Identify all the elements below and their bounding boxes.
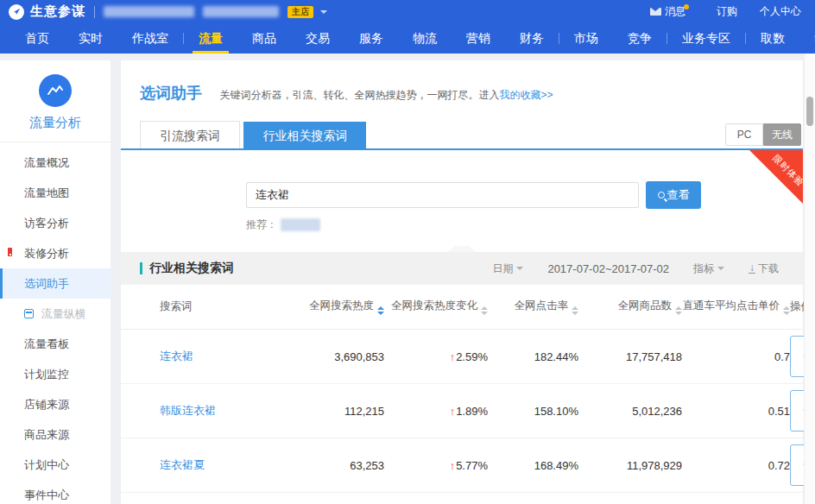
nav-item-war-room[interactable]: 作战室: [117, 23, 183, 54]
nav-item-realtime[interactable]: 实时: [64, 23, 117, 54]
red-alert-icon: [8, 248, 12, 256]
sort-icon[interactable]: [783, 306, 790, 315]
change-value: ↑1.89%: [384, 405, 488, 418]
topbar-right: 消息 订购 个人中心: [650, 4, 801, 19]
nav-item-trade[interactable]: 交易: [291, 23, 344, 54]
personal-center-link[interactable]: 个人中心: [760, 4, 801, 19]
nav-item-business-zone[interactable]: 业务专区: [667, 23, 745, 54]
sidebar-item-plan-center[interactable]: 计划中心: [0, 450, 111, 480]
chevron-down-icon: [717, 267, 724, 274]
metric-dropdown[interactable]: 指标: [693, 261, 724, 276]
section-marker: [140, 262, 142, 274]
nav-item-academy[interactable]: 学院: [799, 23, 815, 54]
sort-icon[interactable]: [572, 306, 578, 315]
sidebar-module-title: 流量分析: [0, 115, 111, 131]
tab-referral-search-words[interactable]: 引流搜索词: [140, 121, 240, 148]
nav-item-data-fetch[interactable]: 取数: [746, 23, 799, 54]
sidebar-item-visitor-analysis[interactable]: 访客分析: [0, 208, 111, 238]
nav-item-home[interactable]: 首页: [10, 23, 64, 54]
products-value: 11,978,929: [578, 459, 682, 472]
recommend-label: 推荐：: [246, 217, 277, 232]
subscribe-link[interactable]: 订购: [717, 4, 737, 19]
change-value: ↑2.59%: [384, 350, 488, 363]
view-button[interactable]: 查看: [646, 181, 701, 209]
nav-item-product[interactable]: 商品: [237, 23, 291, 54]
header-keyword: 搜索词: [121, 299, 289, 314]
header-cpc[interactable]: 直通车平均点击单价: [682, 299, 790, 315]
tab-industry-related-search-words[interactable]: 行业相关搜索词: [243, 122, 366, 149]
section-controls: 日期 2017-07-02~2017-07-02 指标 下载: [492, 261, 803, 276]
collapse-handle[interactable]: [448, 246, 476, 252]
sidebar-item-traffic-overview[interactable]: 流量概况: [0, 148, 111, 178]
sort-icon[interactable]: [481, 306, 488, 315]
products-value: 17,757,418: [578, 350, 682, 363]
main-content: 选词助手 关键词分析器，引流、转化、全网热搜趋势，一网打尽。进入我的收藏>> 引…: [121, 60, 803, 504]
sidebar-module-head: 流量分析: [0, 60, 111, 142]
change-text: 5.77%: [456, 459, 488, 472]
scrollbar-thumb[interactable]: [806, 97, 813, 126]
header-heat-change[interactable]: 全网搜索热度变化: [384, 299, 488, 315]
recommend-keyword-blurred[interactable]: [281, 218, 320, 231]
messages-link[interactable]: 消息: [650, 4, 694, 19]
sidebar-item-decoration-analysis[interactable]: 装修分析: [0, 238, 111, 268]
header-product-count[interactable]: 全网商品数: [578, 299, 682, 315]
message-envelope-icon: [650, 8, 661, 16]
nav-item-competition[interactable]: 竞争: [613, 23, 667, 54]
vertical-scrollbar[interactable]: [804, 54, 815, 504]
sidebar-item-event-center[interactable]: 事件中心: [0, 480, 111, 504]
nav-item-finance[interactable]: 财务: [505, 23, 559, 54]
keyword-search-row: 查看: [246, 181, 803, 209]
heat-value: 3,690,853: [289, 350, 384, 363]
section-bar: 行业相关搜索词 日期 2017-07-02~2017-07-02 指标 下载: [121, 252, 803, 285]
sidebar-item-traffic-dashboard[interactable]: 流量看板: [0, 329, 111, 359]
up-arrow-icon: ↑: [450, 405, 456, 418]
keyword-input[interactable]: [246, 182, 639, 208]
promo-ribbon[interactable]: 限时体验: [749, 150, 803, 204]
download-icon: [749, 263, 755, 274]
heat-value: 63,253: [289, 459, 384, 472]
messages-label: 消息: [665, 4, 685, 19]
header-search-heat[interactable]: 全网搜索热度: [289, 299, 384, 315]
subscribe-label: 订购: [717, 4, 737, 19]
sidebar-item-traffic-map[interactable]: 流量地图: [0, 178, 111, 208]
page-head: 选词助手 关键词分析器，引流、转化、全网热搜趋势，一网打尽。进入我的收藏>>: [121, 60, 803, 104]
sort-icon[interactable]: [675, 306, 682, 315]
header-ctr[interactable]: 全网点击率: [488, 299, 578, 315]
heat-value: 112,215: [289, 405, 384, 418]
top-bar: 生意参谋 主店 消息 订购 个人中心: [0, 0, 815, 23]
sycm-logo-icon: [9, 4, 24, 20]
nav-item-service[interactable]: 服务: [344, 23, 398, 54]
toggle-pc-button[interactable]: PC: [725, 123, 763, 146]
download-label: 下载: [758, 261, 779, 276]
page-title: 选词助手: [140, 83, 202, 104]
nav-item-logistics[interactable]: 物流: [398, 23, 452, 54]
sidebar-item-plan-monitor[interactable]: 计划监控: [0, 359, 111, 389]
download-button[interactable]: 下载: [749, 261, 779, 276]
device-toggle: PC 无线: [725, 123, 801, 146]
sort-icon[interactable]: [377, 306, 384, 315]
personal-center-label: 个人中心: [760, 4, 801, 19]
keyword-link[interactable]: 连衣裙: [121, 349, 289, 364]
date-dropdown[interactable]: 日期: [492, 261, 523, 276]
nav-item-marketing[interactable]: 营销: [452, 23, 505, 54]
traffic-matrix-icon: [24, 309, 34, 318]
keyword-link[interactable]: 韩版连衣裙: [121, 403, 289, 419]
my-favorites-link[interactable]: 我的收藏>>: [499, 89, 553, 101]
ctr-value: 182.44%: [488, 350, 578, 363]
products-value: 5,012,236: [578, 405, 682, 418]
tab-underline: [121, 148, 803, 150]
table-row: 连衣裙 3,690,853 ↑2.59% 182.44% 17,757,418 …: [121, 330, 803, 384]
sidebar-item-shop-source[interactable]: 店铺来源: [0, 389, 111, 419]
keyword-link[interactable]: 连衣裙夏: [121, 457, 289, 473]
toggle-wireless-button[interactable]: 无线: [763, 123, 801, 146]
shop-switch-chevron-icon[interactable]: [320, 10, 327, 17]
nav-item-traffic[interactable]: 流量: [184, 23, 237, 54]
table-row: 韩版连衣裙 112,215 ↑1.89% 158.10% 5,012,236 0…: [121, 384, 803, 438]
nav-item-market[interactable]: 市场: [559, 23, 613, 54]
sidebar-item-product-source[interactable]: 商品来源: [0, 419, 111, 450]
sidebar-item-word-selection-assistant[interactable]: 选词助手: [0, 268, 111, 299]
section-title: 行业相关搜索词: [149, 261, 234, 276]
date-range-value[interactable]: 2017-07-02~2017-07-02: [547, 262, 669, 275]
sidebar-item-label: 装修分析: [24, 247, 69, 260]
sidebar-item-traffic-matrix[interactable]: 流量纵横: [0, 299, 111, 329]
